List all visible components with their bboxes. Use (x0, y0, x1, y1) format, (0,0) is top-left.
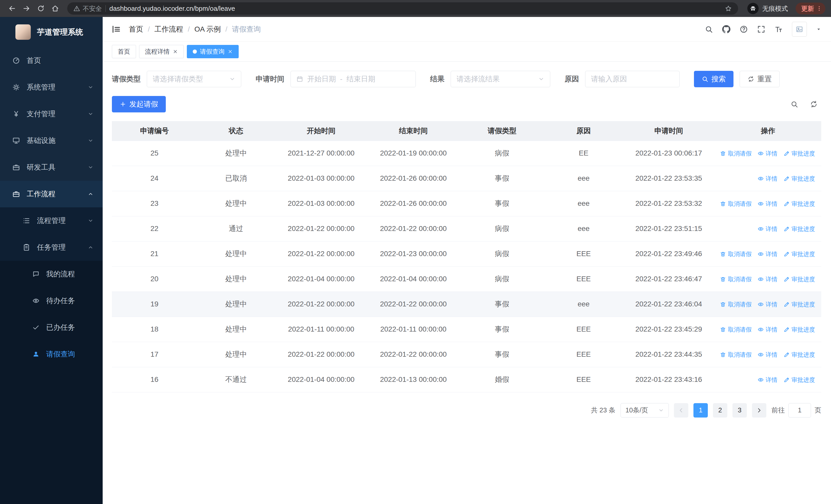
cancel-leave-link[interactable]: 取消请假 (720, 200, 751, 208)
col-status: 状态 (197, 121, 275, 141)
cancel-leave-link[interactable]: 取消请假 (720, 150, 751, 157)
security-chip[interactable]: 不安全 (74, 4, 102, 13)
github-icon[interactable] (722, 25, 730, 33)
start-date-placeholder: 开始日期 (307, 74, 336, 84)
page-button-3[interactable]: 3 (733, 403, 747, 417)
trash-icon (720, 201, 726, 207)
cell-end-time: 2022-01-22 00:00:00 (367, 216, 459, 241)
approval-progress-link[interactable]: 审批进度 (783, 300, 815, 308)
breadcrumb-workflow[interactable]: 工作流程 (154, 24, 183, 34)
detail-link[interactable]: 详情 (757, 300, 777, 308)
sidebar-item-system[interactable]: 系统管理 (0, 74, 103, 100)
tab-home[interactable]: 首页 (112, 45, 136, 58)
apply-time-range-picker[interactable]: 开始日期 - 结束日期 (290, 71, 416, 87)
detail-link[interactable]: 详情 (757, 326, 777, 334)
sidebar-item-task-management[interactable]: 任务管理 (0, 234, 103, 261)
browser-menu-dots-icon[interactable] (816, 5, 822, 11)
tab-process-detail[interactable]: 流程详情 (139, 45, 184, 58)
bookmark-star-icon[interactable] (725, 5, 732, 12)
sidebar-item-workflow[interactable]: 工作流程 (0, 181, 103, 207)
reset-button[interactable]: 重置 (740, 71, 780, 87)
approval-progress-link[interactable]: 审批进度 (783, 351, 815, 359)
tab-leave-query[interactable]: 请假查询 (187, 45, 239, 58)
next-page-button[interactable] (752, 403, 766, 417)
breadcrumb-home[interactable]: 首页 (129, 24, 143, 34)
avatar[interactable] (792, 22, 807, 37)
cell-status: 处理中 (197, 241, 275, 266)
toggle-search-icon[interactable] (791, 100, 798, 108)
cell-apply-id: 22 (112, 216, 197, 241)
monitor-icon (12, 137, 20, 145)
detail-link[interactable]: 详情 (757, 275, 777, 283)
page-button-1[interactable]: 1 (693, 403, 708, 417)
sidebar-item-leave-query[interactable]: 请假查询 (0, 341, 103, 367)
detail-link[interactable]: 详情 (757, 250, 777, 258)
close-icon[interactable] (173, 49, 178, 54)
cancel-leave-link[interactable]: 取消请假 (720, 250, 751, 258)
sidebar-item-my-processes[interactable]: 我的流程 (0, 261, 103, 288)
prev-page-button[interactable] (674, 403, 688, 417)
cell-actions: 取消请假 详情 审批进度 (715, 292, 821, 317)
cell-leave-type: 事假 (459, 166, 545, 191)
sidebar-logo[interactable]: 芋道管理系统 (0, 17, 103, 47)
col-actions: 操作 (715, 121, 821, 141)
fullscreen-icon[interactable] (757, 25, 765, 33)
approval-progress-link[interactable]: 审批进度 (783, 326, 815, 334)
sidebar-item-todo-tasks[interactable]: 待办任务 (0, 288, 103, 314)
cancel-leave-link[interactable]: 取消请假 (720, 326, 751, 334)
topbar: 首页 / 工作流程 / OA 示例 / 请假查询 (103, 17, 831, 41)
cancel-leave-link[interactable]: 取消请假 (720, 300, 751, 308)
question-icon[interactable] (740, 25, 748, 33)
leave-type-select[interactable]: 请选择请假类型 (147, 71, 241, 87)
page-size-select[interactable]: 10条/页 (621, 403, 669, 417)
sidebar-item-home[interactable]: 首页 (0, 47, 103, 74)
detail-link[interactable]: 详情 (757, 200, 777, 208)
approval-progress-link[interactable]: 审批进度 (783, 175, 815, 183)
browser-back-button[interactable] (6, 2, 19, 15)
close-icon[interactable] (228, 49, 233, 54)
approval-progress-link[interactable]: 审批进度 (783, 225, 815, 233)
cancel-leave-link[interactable]: 取消请假 (720, 275, 751, 283)
cell-actions: 详情 审批进度 (715, 367, 821, 392)
font-size-icon[interactable] (775, 25, 783, 33)
breadcrumb-oa-example[interactable]: OA 示例 (195, 24, 221, 34)
reason-input[interactable] (585, 71, 680, 87)
search-button[interactable]: 搜索 (694, 71, 734, 87)
detail-link[interactable]: 详情 (757, 376, 777, 384)
browser-update-button[interactable]: 更新 (796, 3, 825, 14)
address-bar[interactable]: 不安全 dashboard.yudao.iocoder.cn/bpm/oa/le… (67, 2, 738, 14)
detail-link[interactable]: 详情 (757, 175, 777, 183)
sidebar-item-done-tasks[interactable]: 已办任务 (0, 314, 103, 341)
search-icon[interactable] (705, 25, 713, 33)
browser-forward-button[interactable] (20, 2, 33, 15)
approval-progress-link[interactable]: 审批进度 (783, 275, 815, 283)
approval-progress-link[interactable]: 审批进度 (783, 150, 815, 157)
detail-link[interactable]: 详情 (757, 351, 777, 359)
fold-icon (111, 24, 121, 34)
browser-home-button[interactable] (49, 2, 62, 15)
create-leave-button[interactable]: 发起请假 (112, 96, 166, 112)
sidebar-item-infrastructure[interactable]: 基础设施 (0, 127, 103, 154)
detail-link[interactable]: 详情 (757, 150, 777, 157)
sidebar-collapse-button[interactable] (111, 24, 121, 34)
cell-start-time: 2022-01-04 00:00:00 (275, 266, 367, 292)
refresh-table-icon[interactable] (810, 100, 818, 108)
cell-end-time: 2022-01-11 00:00:00 (367, 317, 459, 342)
sidebar-item-process-management[interactable]: 流程管理 (0, 207, 103, 234)
sidebar-item-payment[interactable]: 支付管理 (0, 100, 103, 127)
approval-progress-link[interactable]: 审批进度 (783, 250, 815, 258)
cancel-leave-link[interactable]: 取消请假 (720, 351, 751, 359)
chevron-left-icon (678, 407, 684, 413)
goto-page-input[interactable] (789, 403, 811, 417)
approval-progress-link[interactable]: 审批进度 (783, 376, 815, 384)
cell-status: 处理中 (197, 292, 275, 317)
sidebar-item-devtools[interactable]: 研发工具 (0, 154, 103, 181)
pen-icon (783, 377, 790, 383)
approval-progress-link[interactable]: 审批进度 (783, 200, 815, 208)
user-menu-caret[interactable] (816, 27, 821, 32)
detail-link[interactable]: 详情 (757, 225, 777, 233)
browser-reload-button[interactable] (34, 2, 47, 15)
result-select[interactable]: 请选择流结果 (451, 71, 550, 87)
pagination-total: 共 23 条 (591, 406, 615, 415)
page-button-2[interactable]: 2 (713, 403, 727, 417)
